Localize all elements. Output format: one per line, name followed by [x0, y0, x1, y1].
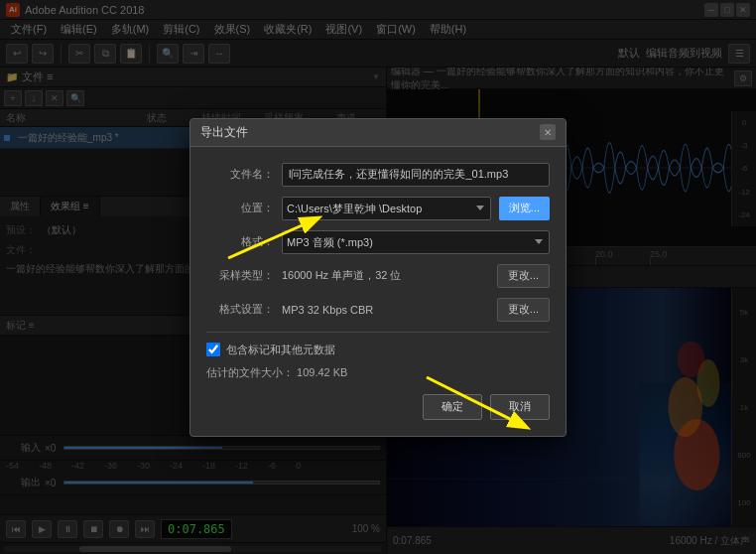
filename-input[interactable]	[282, 163, 550, 187]
metadata-checkbox-label: 包含标记和其他元数据	[226, 343, 335, 357]
format-label: 格式：	[206, 234, 274, 249]
sample-row: 采样类型： 16000 Hz 单声道，32 位 更改...	[206, 264, 550, 288]
filesize-label: 估计的文件大小：	[206, 366, 294, 378]
sample-label: 采样类型：	[206, 268, 274, 283]
dialog-body: 文件名： 位置： C:\Users\梦里乾坤 \Desktop 浏览... 格式…	[190, 147, 566, 436]
dialog-footer: 确定 取消	[206, 394, 550, 420]
filesize-row: 估计的文件大小： 109.42 KB	[206, 365, 550, 380]
format-settings-value: MP3 32 Kbps CBR	[282, 304, 489, 316]
metadata-checkbox-row: 包含标记和其他元数据	[206, 343, 550, 357]
location-row: 位置： C:\Users\梦里乾坤 \Desktop 浏览...	[206, 197, 550, 220]
confirm-button[interactable]: 确定	[423, 394, 482, 420]
format-settings-row: 格式设置： MP3 32 Kbps CBR 更改...	[206, 298, 550, 322]
change-sample-button[interactable]: 更改...	[497, 264, 550, 288]
dialog-overlay: 导出文件 ✕ 文件名： 位置： C:\Users\梦里乾坤 \Desktop 浏…	[0, 0, 756, 554]
format-select[interactable]: MP3 音频 (*.mp3)	[282, 230, 550, 254]
change-format-button[interactable]: 更改...	[497, 298, 550, 322]
filesize-value: 109.42 KB	[297, 366, 347, 378]
dialog-title: 导出文件	[200, 124, 540, 141]
filename-row: 文件名：	[206, 163, 550, 187]
filename-label: 文件名：	[206, 167, 274, 182]
export-dialog: 导出文件 ✕ 文件名： 位置： C:\Users\梦里乾坤 \Desktop 浏…	[189, 118, 567, 437]
cancel-button[interactable]: 取消	[490, 394, 550, 420]
sample-value: 16000 Hz 单声道，32 位	[282, 268, 489, 283]
dialog-divider	[206, 332, 550, 333]
location-label: 位置：	[206, 201, 274, 215]
browse-button[interactable]: 浏览...	[499, 197, 550, 220]
dialog-titlebar: 导出文件 ✕	[190, 119, 566, 147]
dialog-close-button[interactable]: ✕	[540, 124, 556, 140]
format-row: 格式： MP3 音频 (*.mp3)	[206, 230, 550, 254]
metadata-checkbox[interactable]	[206, 343, 220, 356]
location-select[interactable]: C:\Users\梦里乾坤 \Desktop	[282, 197, 491, 220]
format-settings-label: 格式设置：	[206, 302, 274, 317]
